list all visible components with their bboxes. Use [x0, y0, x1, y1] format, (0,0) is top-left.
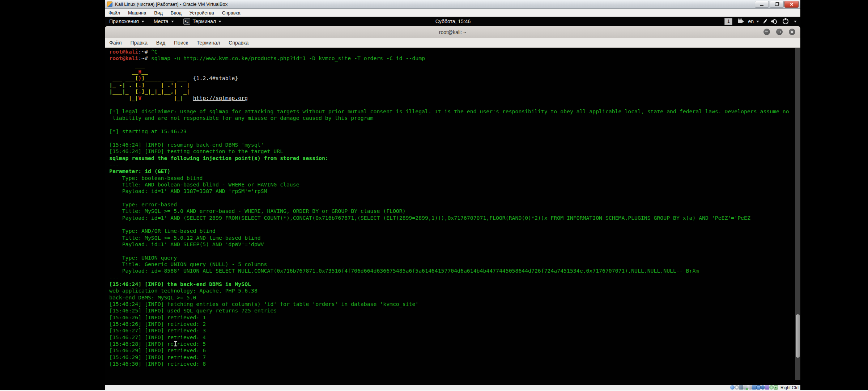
user-interface-icon[interactable] — [765, 385, 769, 390]
terminal-close-button[interactable] — [789, 29, 795, 35]
kali-panel-right: 1 en — [471, 18, 800, 25]
chevron-down-icon — [218, 21, 221, 22]
vbox-titlebar[interactable]: Kali Linux (чистая) [Работает] - Oracle … — [105, 0, 800, 9]
applications-menu[interactable]: Приложения — [109, 18, 144, 24]
vbox-menu-devices[interactable]: Устройства — [190, 10, 214, 16]
chevron-down-icon — [756, 21, 759, 22]
vbox-menu-machine[interactable]: Машина — [128, 10, 146, 16]
terminal-line: ___ — [109, 62, 800, 68]
terminal-line: |_ -| . [.] | .'| . | — [109, 82, 800, 88]
paintbrush-icon[interactable] — [763, 19, 767, 24]
term-menu-help[interactable]: Справка — [229, 40, 248, 46]
screen-recorder-icon[interactable] — [738, 20, 743, 23]
terminal-line: [15:46:25] [INFO] used SQL query returns… — [109, 307, 800, 314]
terminal-line: |_|V |_| http://sqlmap.org — [109, 95, 800, 101]
terminal-line — [109, 195, 800, 201]
terminal-line: Parameter: id (GET) — [109, 168, 800, 175]
terminal-menubar: Файл Правка Вид Поиск Терминал Справка — [105, 38, 800, 48]
terminal-line: [*] starting at 15:46:23 — [109, 128, 800, 135]
vbox-menu-view[interactable]: Вид — [154, 10, 163, 16]
terminal-line: [15:46:24] [INFO] resuming back-end DBMS… — [109, 142, 800, 148]
terminal-line: [15:46:24] [INFO] testing connection to … — [109, 148, 800, 155]
term-menu-view[interactable]: Вид — [156, 40, 165, 46]
terminal-line: --- — [109, 274, 800, 281]
terminal-output[interactable]: root@kali:~# ^Croot@kali:~# sqlmap -u ht… — [105, 48, 800, 385]
audio-icon[interactable] — [739, 385, 743, 390]
terminal-maximize-button[interactable] — [776, 29, 783, 35]
terminal-line: [15:46:30] [INFO] retrieved: 8 — [109, 361, 800, 367]
keyboard-capture-icon[interactable] — [774, 385, 778, 390]
system-menu-chevron-icon[interactable] — [794, 21, 797, 22]
terminal-line: ___ ___[)]_____ ___ ___ {1.2.4#stable} — [109, 75, 800, 81]
terminal-icon: >_ — [183, 18, 190, 25]
terminal-line: [15:46:29] [INFO] retrieved: 7 — [109, 354, 800, 361]
terminal-line: liability and are not responsible for an… — [109, 115, 800, 121]
terminal-line — [109, 102, 800, 108]
terminal-line — [109, 248, 800, 254]
terminal-line: Title: MySQL >= 5.0 AND error-based - WH… — [109, 208, 800, 214]
close-icon — [791, 30, 794, 34]
vbox-menu-help[interactable]: Справка — [222, 10, 241, 16]
terminal-line: root@kali:~# sqlmap -u http://www.kvm.co… — [109, 55, 800, 62]
restore-button[interactable] — [770, 1, 784, 8]
display-icon[interactable] — [756, 385, 761, 390]
close-button[interactable] — [784, 1, 799, 8]
terminal-line: Title: AND boolean-based blind - WHERE o… — [109, 181, 800, 188]
workspace-indicator[interactable]: 1 — [724, 18, 732, 25]
terminal-line: Type: UNION query — [109, 255, 800, 261]
terminal-line — [109, 122, 800, 128]
places-menu[interactable]: Места — [154, 18, 174, 24]
places-label: Места — [154, 18, 169, 24]
kali-panel-left: Приложения Места >_ Терминал — [105, 18, 435, 25]
power-icon[interactable] — [783, 18, 788, 24]
vbox-statusbar: Right Ctrl — [105, 385, 800, 390]
clock[interactable]: Суббота, 15:46 — [435, 18, 471, 24]
terminal-minimize-button[interactable] — [763, 29, 770, 35]
volume-icon[interactable] — [771, 19, 777, 24]
usb-icon[interactable] — [748, 385, 752, 390]
vbox-menu-input[interactable]: Ввод — [171, 10, 182, 16]
terminal-scrollbar[interactable] — [795, 48, 800, 380]
hard-disk-icon[interactable] — [730, 385, 735, 390]
terminal-titlebar[interactable]: root@kali: ~ — [105, 26, 800, 38]
terminal-line: [15:46:24] [INFO] the back-end DBMS is M… — [109, 281, 800, 287]
terminal-line: Payload: id=-8588' UNION ALL SELECT NULL… — [109, 268, 800, 274]
terminal-line: [15:46:26] [INFO] retrieved: 2 — [109, 321, 800, 327]
term-menu-edit[interactable]: Правка — [130, 40, 147, 46]
terminal-line: [15:46:27] [INFO] retrieved: 3 — [109, 327, 800, 334]
terminal-line: Payload: id=1' AND 3387=3387 AND 'rpSM'=… — [109, 188, 800, 194]
mouse-integration-icon[interactable] — [769, 385, 774, 390]
terminal-line — [109, 135, 800, 141]
terminal-line: [15:46:24] [INFO] fetching entries of co… — [109, 301, 800, 307]
term-menu-file[interactable]: Файл — [109, 40, 122, 46]
terminal-line: Type: AND/OR time-based blind — [109, 228, 800, 234]
terminal-line: back-end DBMS: MySQL >= 5.0 — [109, 294, 800, 301]
term-menu-search[interactable]: Поиск — [174, 40, 188, 46]
video-capture-icon[interactable] — [761, 385, 765, 390]
vbox-menubar: Файл Машина Вид Ввод Устройства Справка — [105, 9, 800, 17]
network-icon[interactable] — [743, 385, 748, 390]
terminal-line: Type: error-based — [109, 201, 800, 208]
shared-folders-icon[interactable] — [752, 385, 756, 390]
term-menu-terminal[interactable]: Терминал — [197, 40, 220, 46]
terminal-line: Title: MySQL >= 5.0.12 AND time-based bl… — [109, 235, 800, 241]
terminal-line: web application technology: Apache, PHP … — [109, 287, 800, 294]
terminal-line: [15:46:26] [INFO] retrieved: 1 — [109, 314, 800, 321]
host-screen: Kali Linux (чистая) [Работает] - Oracle … — [0, 0, 868, 391]
scrollbar-thumb[interactable] — [796, 314, 800, 358]
optical-disk-icon[interactable] — [735, 385, 739, 390]
keyboard-layout-menu[interactable]: en — [748, 18, 759, 24]
vbox-menu-file[interactable]: Файл — [109, 10, 120, 16]
restore-icon — [775, 3, 779, 6]
terminal-line: |___|_ [.]_|_|_|__,| _| — [109, 88, 800, 95]
chevron-down-icon — [171, 21, 174, 22]
terminal-line: Payload: id=1' AND SLEEP(5) AND 'dpWV'='… — [109, 241, 800, 248]
terminal-line: --- — [109, 161, 800, 168]
terminal-app-menu[interactable]: >_ Терминал — [183, 18, 221, 25]
minimize-button[interactable] — [755, 1, 769, 8]
vm-display: Приложения Места >_ Терминал Суббота, 15… — [105, 17, 800, 385]
close-icon — [790, 3, 793, 6]
vbox-window-controls — [755, 1, 799, 8]
terminal-title: root@kali: ~ — [105, 29, 800, 35]
applications-label: Приложения — [109, 18, 139, 24]
